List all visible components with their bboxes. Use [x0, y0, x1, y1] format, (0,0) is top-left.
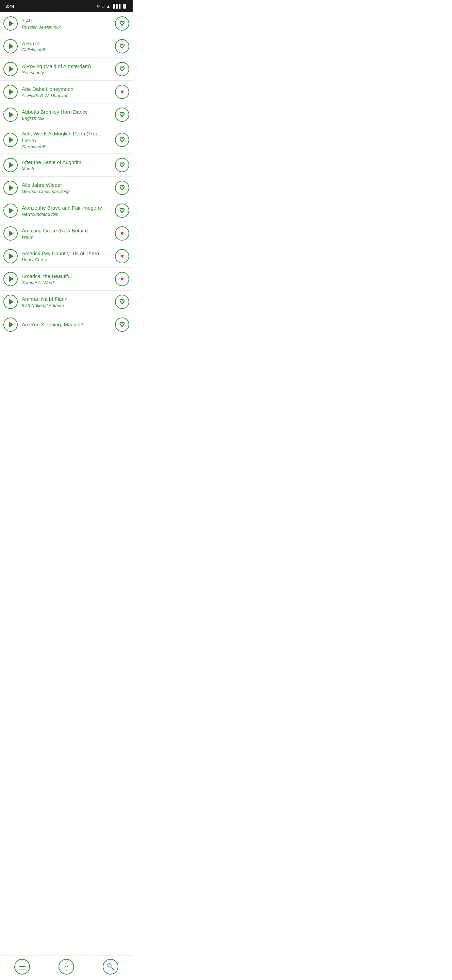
track-item: After the Battle of AughrimMarch♡	[0, 154, 133, 177]
heart-icon: ♡	[119, 43, 125, 50]
track-subtitle: German Christmas song	[22, 189, 111, 194]
heart-icon: ♥	[121, 275, 124, 283]
play-button-12[interactable]	[3, 272, 18, 286]
heart-button-7[interactable]: ♡	[115, 158, 129, 172]
heart-icon: ♡	[119, 20, 125, 27]
heart-icon: ♡	[119, 65, 125, 73]
heart-button-14[interactable]: ♡	[115, 318, 129, 332]
play-button-11[interactable]	[3, 249, 18, 263]
heart-button-9[interactable]: ♡	[115, 204, 129, 218]
track-item: 7:40Russian Jewish folk♡	[0, 12, 133, 35]
heart-button-5[interactable]: ♡	[115, 108, 129, 122]
track-title: 7:40	[22, 18, 111, 24]
heart-icon: ♥	[121, 230, 124, 237]
status-time: 3:44	[5, 4, 14, 9]
play-button-5[interactable]	[3, 108, 18, 122]
track-item: Amhran Na bhFiannIrish National Anthem♡	[0, 291, 133, 313]
heart-button-3[interactable]: ♡	[115, 62, 129, 76]
play-button-9[interactable]	[3, 204, 18, 218]
play-icon	[9, 162, 14, 168]
wifi-icon: ▲	[106, 4, 111, 9]
heart-icon: ♡	[119, 184, 125, 192]
track-title: After the Battle of Aughrim	[22, 159, 111, 166]
play-icon	[9, 111, 14, 118]
track-subtitle: German folk	[22, 144, 111, 150]
track-info: Aba Daba HoneymoonA. Fields & W. Donovan	[18, 86, 115, 98]
track-subtitle: Russian Jewish folk	[22, 24, 111, 30]
heart-icon: ♡	[119, 136, 125, 143]
play-icon	[9, 43, 14, 49]
heart-icon: ♡	[119, 207, 125, 215]
track-info: Are You Sleeping, Maggie?	[18, 321, 115, 328]
track-title: Are You Sleeping, Maggie?	[22, 321, 111, 328]
track-item: A BruxaGalician folk♡	[0, 35, 133, 58]
heart-button-2[interactable]: ♡	[115, 39, 129, 53]
track-info: 7:40Russian Jewish folk	[18, 18, 115, 30]
track-title: Amhran Na bhFiann	[22, 296, 111, 302]
track-info: After the Battle of AughrimMarch	[18, 159, 115, 172]
heart-button-1[interactable]: ♡	[115, 16, 129, 30]
settings-icon: ⚙	[97, 4, 100, 8]
play-icon	[9, 185, 14, 191]
play-icon	[9, 299, 14, 305]
heart-button-11[interactable]: ♥	[115, 249, 129, 263]
track-subtitle: A. Fields & W. Donovan	[22, 93, 111, 98]
track-title: A Roving (Maid of Amsterdam)	[22, 63, 111, 70]
play-button-2[interactable]	[3, 39, 18, 53]
status-bar: 3:44 ⚙ ☐ ▲ ▐▐▐ ▐▌	[0, 0, 133, 12]
heart-button-4[interactable]: ♥	[115, 85, 129, 99]
battery-icon: ▐▌	[122, 4, 127, 8]
play-button-8[interactable]	[3, 181, 18, 195]
track-info: America, the BeautifulSamuel A. Ward	[18, 273, 115, 285]
play-button-4[interactable]	[3, 85, 18, 99]
play-button-10[interactable]	[3, 226, 18, 240]
heart-button-10[interactable]: ♥	[115, 226, 129, 240]
track-info: A BruxaGalician folk	[18, 40, 115, 53]
track-item: America, the BeautifulSamuel A. Ward♥	[0, 268, 133, 291]
play-icon	[9, 89, 14, 95]
track-title: Alle Jahre Wieder	[22, 182, 111, 189]
heart-button-6[interactable]: ♡	[115, 133, 129, 147]
play-icon	[9, 253, 14, 259]
track-info: A Roving (Maid of Amsterdam)Sea shanty	[18, 63, 115, 76]
track-title: Abbotts Bromley Horn Dance	[22, 108, 111, 115]
heart-button-8[interactable]: ♡	[115, 181, 129, 195]
signal-icon: ▐▐▐	[112, 4, 121, 8]
track-title: Ach, Wie Ist's Möglich Dann (Treue Liebe…	[22, 130, 111, 143]
track-subtitle: Henry Carey	[22, 257, 111, 262]
heart-icon: ♡	[119, 111, 125, 118]
play-button-14[interactable]	[3, 318, 18, 332]
track-title: Amazing Grace (New Britain)	[22, 227, 111, 234]
play-icon	[9, 276, 14, 282]
track-info: Alle Jahre WiederGerman Christmas song	[18, 182, 115, 194]
track-info: Abbotts Bromley Horn DanceEnglish folk	[18, 108, 115, 121]
heart-button-12[interactable]: ♥	[115, 272, 129, 286]
track-subtitle: Sea shanty	[22, 70, 111, 75]
track-subtitle: Galician folk	[22, 47, 111, 52]
play-button-3[interactable]	[3, 62, 18, 76]
track-title: A Bruxa	[22, 40, 111, 47]
track-item: Abbotts Bromley Horn DanceEnglish folk♡	[0, 103, 133, 126]
track-item: Ach, Wie Ist's Möglich Dann (Treue Liebe…	[0, 126, 133, 154]
heart-icon: ♡	[119, 298, 125, 305]
heart-button-13[interactable]: ♡	[115, 295, 129, 309]
play-icon	[9, 21, 14, 27]
play-icon	[9, 321, 14, 328]
sim-icon: ☐	[102, 4, 105, 8]
track-subtitle: Newfoundland folk	[22, 212, 111, 217]
track-info: Alonzo the Brave and Fair ImogeneNewfoun…	[18, 205, 115, 217]
heart-icon: ♡	[119, 161, 125, 169]
play-icon	[9, 208, 14, 214]
track-title: Aba Daba Honeymoon	[22, 86, 111, 92]
track-info: Ach, Wie Ist's Möglich Dann (Treue Liebe…	[18, 130, 115, 150]
play-button-1[interactable]	[3, 16, 18, 30]
play-button-13[interactable]	[3, 295, 18, 309]
track-subtitle: Samuel A. Ward	[22, 280, 111, 285]
play-button-7[interactable]	[3, 158, 18, 172]
track-title: Alonzo the Brave and Fair Imogene	[22, 205, 111, 211]
play-button-6[interactable]	[3, 133, 18, 147]
track-title: America (My Country, Tis of Thee)	[22, 250, 111, 257]
track-subtitle: Irish National Anthem	[22, 303, 111, 308]
track-item: A Roving (Maid of Amsterdam)Sea shanty♡	[0, 58, 133, 81]
track-list: 7:40Russian Jewish folk♡A BruxaGalician …	[0, 12, 133, 336]
